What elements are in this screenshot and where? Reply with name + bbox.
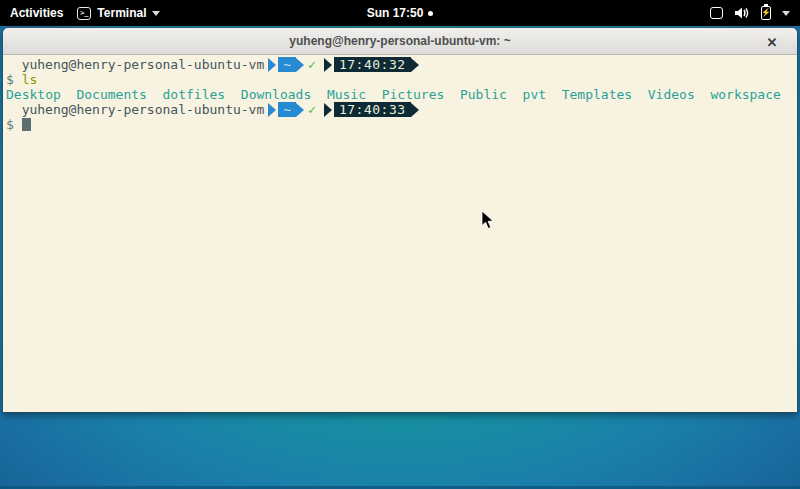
window-title: yuheng@henry-personal-ubuntu-vm: ~ <box>289 34 510 48</box>
clock-button[interactable]: Sun 17:50 <box>367 6 434 20</box>
terminal-window: yuheng@henry-personal-ubuntu-vm: ~ ✕ yuh… <box>3 28 797 412</box>
close-button[interactable]: ✕ <box>762 32 782 52</box>
powerline-separator-icon <box>324 103 332 117</box>
clock-label: Sun 17:50 <box>367 6 424 20</box>
command-line: $ ls <box>6 72 794 87</box>
prompt-line: yuheng@henry-personal-ubuntu-vm ~ ✓ 17:4… <box>6 102 794 117</box>
chevron-down-icon <box>782 11 790 16</box>
powerline-arrow-icon <box>411 103 419 117</box>
app-menu-label: Terminal <box>97 6 146 20</box>
prompt-line: yuheng@henry-personal-ubuntu-vm ~ ✓ 17:4… <box>6 57 794 72</box>
app-menu-button[interactable]: >_ Terminal <box>77 6 160 20</box>
prompt-user-host: yuheng@henry-personal-ubuntu-vm <box>6 57 264 72</box>
input-line[interactable]: $ <box>6 117 794 132</box>
ls-output-line: Desktop Documents dotfiles Downloads Mus… <box>6 87 794 102</box>
powerline-arrow-icon <box>296 103 304 117</box>
prompt-time-segment: 17:40:33 <box>334 102 411 117</box>
powerline-separator-icon <box>268 103 276 117</box>
prompt-path-segment: ~ <box>278 57 296 72</box>
prompt-symbol: $ <box>6 117 14 132</box>
top-bar: Activities >_ Terminal Sun 17:50 ⚡ <box>0 0 800 26</box>
chevron-down-icon <box>152 11 160 16</box>
text-cursor <box>22 118 31 131</box>
window-titlebar[interactable]: yuheng@henry-personal-ubuntu-vm: ~ ✕ <box>3 28 797 55</box>
screen-icon <box>710 7 723 19</box>
powerline-separator-icon <box>324 58 332 72</box>
powerline-arrow-icon <box>296 58 304 72</box>
prompt-path-segment: ~ <box>278 102 296 117</box>
directory-listing: Desktop Documents dotfiles Downloads Mus… <box>6 87 781 102</box>
powerline-separator-icon <box>268 58 276 72</box>
status-check-icon: ✓ <box>308 102 316 117</box>
terminal-app-icon: >_ <box>77 7 91 20</box>
battery-charging-icon: ⚡ <box>761 6 771 20</box>
prompt-time-segment: 17:40:32 <box>334 57 411 72</box>
prompt-symbol: $ <box>6 72 14 87</box>
powerline-arrow-icon <box>411 58 419 72</box>
prompt-user-host: yuheng@henry-personal-ubuntu-vm <box>6 102 264 117</box>
notification-dot <box>428 11 433 16</box>
activities-button[interactable]: Activities <box>10 6 63 20</box>
typed-command: ls <box>22 72 38 87</box>
status-check-icon: ✓ <box>308 57 316 72</box>
volume-icon <box>734 6 750 20</box>
terminal-content[interactable]: yuheng@henry-personal-ubuntu-vm ~ ✓ 17:4… <box>3 55 797 412</box>
system-tray[interactable]: ⚡ <box>710 6 800 20</box>
